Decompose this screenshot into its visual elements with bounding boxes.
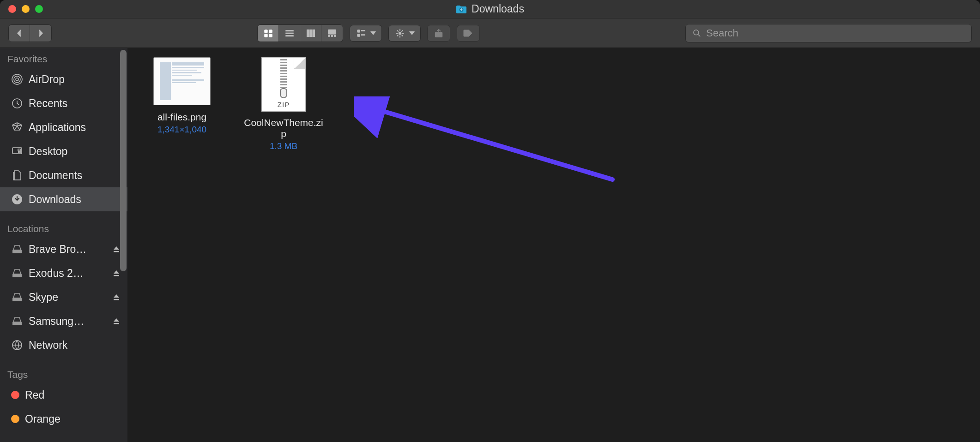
zipper-icon (280, 58, 287, 91)
svg-rect-32 (12, 298, 22, 301)
svg-rect-16 (357, 34, 360, 36)
clock-icon (11, 97, 23, 109)
sidebar-item-airdrop[interactable]: AirDrop (0, 67, 127, 91)
view-mode-list[interactable] (279, 25, 300, 42)
sidebar-section-tags: Tags (0, 364, 127, 383)
file-meta: 1.3 MB (270, 141, 297, 151)
toolbar: Search (0, 18, 980, 48)
window-body: Favorites AirDrop Recents Applications D… (0, 48, 980, 442)
desktop-icon (11, 145, 23, 157)
svg-rect-9 (310, 30, 312, 36)
svg-rect-11 (328, 30, 336, 34)
documents-icon (11, 169, 23, 181)
svg-rect-8 (307, 30, 309, 36)
file-meta: 1,341×1,040 (157, 125, 206, 135)
drive-icon (11, 315, 23, 327)
drive-icon (11, 267, 23, 279)
view-mode-icon[interactable] (258, 25, 279, 42)
sidebar-section-favorites: Favorites (0, 48, 127, 67)
sidebar-item-brave[interactable]: Brave Bro… (0, 237, 127, 261)
finder-window: Downloads (0, 0, 980, 442)
zip-label: ZIP (262, 101, 305, 108)
svg-rect-3 (264, 34, 267, 36)
back-button[interactable] (9, 25, 30, 42)
forward-button[interactable] (30, 25, 51, 42)
sidebar-section-locations: Locations (0, 218, 127, 237)
eject-icon[interactable] (113, 269, 120, 277)
chevron-down-icon (370, 31, 376, 35)
sidebar-scrollbar[interactable] (120, 50, 127, 271)
sidebar-item-recents[interactable]: Recents (0, 91, 127, 115)
file-thumbnail-image (153, 57, 211, 105)
svg-rect-20 (436, 32, 442, 37)
svg-point-19 (399, 32, 401, 35)
zoom-window-button[interactable] (35, 5, 43, 13)
sidebar-item-desktop[interactable]: Desktop (0, 139, 127, 163)
sidebar-item-network[interactable]: Network (0, 333, 127, 357)
svg-rect-15 (357, 30, 360, 32)
view-mode-gallery[interactable] (321, 25, 343, 42)
network-icon (11, 339, 23, 351)
file-name: CoolNewTheme.zip (242, 117, 325, 139)
svg-rect-27 (18, 149, 20, 151)
action-menu[interactable] (388, 25, 421, 42)
nav-buttons (8, 24, 52, 42)
window-title: Downloads (0, 3, 980, 15)
eject-icon[interactable] (113, 245, 120, 253)
view-mode-switcher (257, 24, 343, 42)
file-thumbnail-zip: ZIP (261, 57, 306, 112)
svg-rect-5 (285, 30, 293, 31)
svg-point-22 (16, 78, 18, 81)
applications-icon (11, 121, 23, 133)
svg-point-23 (14, 76, 20, 83)
view-mode-column[interactable] (300, 25, 321, 42)
svg-rect-2 (269, 30, 272, 32)
eject-icon[interactable] (113, 293, 120, 301)
svg-rect-33 (12, 322, 22, 325)
zipper-pull-icon (280, 88, 287, 98)
edit-tags-button[interactable] (457, 25, 480, 42)
airdrop-icon (11, 73, 23, 85)
svg-rect-10 (313, 30, 315, 36)
sidebar-item-skype[interactable]: Skype (0, 285, 127, 309)
file-item[interactable]: ZIP CoolNewTheme.zip 1.3 MB (242, 57, 325, 151)
svg-rect-1 (264, 30, 267, 32)
close-window-button[interactable] (8, 5, 16, 13)
svg-rect-17 (361, 30, 365, 31)
svg-point-0 (459, 7, 463, 12)
minimize-window-button[interactable] (22, 5, 30, 13)
search-field[interactable]: Search (685, 24, 972, 42)
sidebar-item-samsung[interactable]: Samsung… (0, 309, 127, 333)
svg-rect-18 (361, 34, 365, 35)
window-controls (0, 5, 43, 13)
drive-icon (11, 291, 23, 303)
sidebar-item-applications[interactable]: Applications (0, 115, 127, 139)
downloads-folder-icon (456, 5, 467, 14)
sidebar[interactable]: Favorites AirDrop Recents Applications D… (0, 48, 127, 442)
svg-rect-28 (18, 151, 20, 153)
window-title-text: Downloads (472, 3, 524, 15)
chevron-down-icon (409, 31, 415, 35)
sidebar-item-exodus[interactable]: Exodus 2… (0, 261, 127, 285)
sidebar-tag-orange[interactable]: Orange (0, 407, 127, 431)
sidebar-item-downloads[interactable]: Downloads (0, 187, 127, 211)
search-icon (692, 29, 702, 38)
file-browser[interactable]: all-files.png 1,341×1,040 ZIP CoolNewThe… (127, 48, 980, 442)
file-name: all-files.png (157, 112, 206, 123)
eject-icon[interactable] (113, 317, 120, 325)
group-by-menu[interactable] (350, 25, 382, 42)
svg-rect-13 (331, 35, 333, 36)
svg-rect-4 (269, 34, 272, 36)
svg-rect-7 (285, 35, 293, 36)
search-placeholder: Search (706, 27, 738, 39)
svg-rect-12 (328, 35, 330, 36)
sidebar-item-documents[interactable]: Documents (0, 163, 127, 187)
share-button[interactable] (427, 25, 450, 42)
sidebar-tag-red[interactable]: Red (0, 383, 127, 407)
annotation-arrow (354, 96, 631, 198)
drive-icon (11, 243, 23, 255)
svg-rect-6 (285, 33, 293, 34)
tag-dot-icon (11, 415, 19, 423)
svg-rect-30 (12, 250, 22, 253)
file-item[interactable]: all-files.png 1,341×1,040 (140, 57, 224, 135)
